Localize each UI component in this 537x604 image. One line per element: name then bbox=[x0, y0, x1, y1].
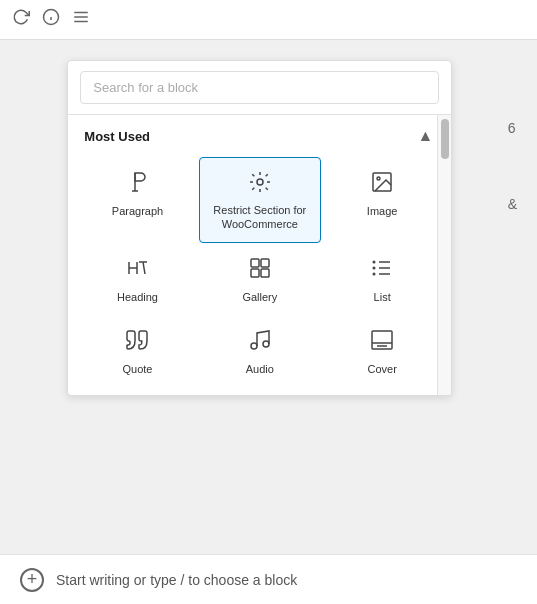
svg-point-10 bbox=[377, 177, 380, 180]
top-bar bbox=[0, 0, 537, 40]
scrollbar-thumb bbox=[441, 119, 449, 159]
inserter-wrapper: Most Used ▲ bbox=[68, 115, 451, 395]
block-item-quote[interactable]: Quote bbox=[76, 315, 198, 387]
gallery-icon bbox=[248, 256, 272, 284]
audio-icon bbox=[248, 328, 272, 356]
svg-point-23 bbox=[373, 260, 376, 263]
block-item-audio[interactable]: Audio bbox=[199, 315, 321, 387]
svg-rect-16 bbox=[251, 259, 259, 267]
scrollbar[interactable] bbox=[437, 115, 451, 395]
block-item-cover[interactable]: Cover bbox=[321, 315, 443, 387]
list-icon bbox=[370, 256, 394, 284]
quote-icon bbox=[125, 328, 149, 356]
search-input[interactable] bbox=[80, 71, 439, 104]
block-label-audio: Audio bbox=[246, 362, 274, 376]
block-label-cover: Cover bbox=[367, 362, 396, 376]
block-item-restrict-section[interactable]: Restrict Section for WooCommerce bbox=[199, 157, 321, 243]
side-labels: 6 & bbox=[500, 60, 517, 212]
block-label-heading: Heading bbox=[117, 290, 158, 304]
bottom-hint: Start writing or type / to choose a bloc… bbox=[56, 572, 297, 588]
block-item-heading[interactable]: Heading bbox=[76, 243, 198, 315]
blocks-grid: Paragraph Restrict Section bbox=[68, 153, 451, 395]
menu-icon[interactable] bbox=[72, 8, 90, 31]
image-icon bbox=[370, 170, 394, 198]
block-label-paragraph: Paragraph bbox=[112, 204, 163, 218]
svg-point-26 bbox=[251, 343, 257, 349]
svg-rect-17 bbox=[261, 259, 269, 267]
redo-icon[interactable] bbox=[12, 8, 30, 31]
svg-point-8 bbox=[257, 179, 263, 185]
restrict-section-icon bbox=[248, 170, 272, 197]
inserter-content: Most Used ▲ bbox=[68, 115, 451, 395]
add-block-icon[interactable]: + bbox=[20, 568, 44, 592]
collapse-button[interactable]: ▲ bbox=[415, 125, 435, 147]
block-item-list[interactable]: List bbox=[321, 243, 443, 315]
heading-icon bbox=[125, 256, 149, 284]
block-item-gallery[interactable]: Gallery bbox=[199, 243, 321, 315]
search-box bbox=[68, 61, 451, 115]
side-label-6: 6 bbox=[508, 120, 517, 136]
section-header: Most Used ▲ bbox=[68, 115, 451, 153]
bottom-bar: + Start writing or type / to choose a bl… bbox=[0, 554, 537, 604]
info-icon[interactable] bbox=[42, 8, 60, 31]
paragraph-icon bbox=[125, 170, 149, 198]
block-label-quote: Quote bbox=[123, 362, 153, 376]
block-label-gallery: Gallery bbox=[242, 290, 277, 304]
block-label-list: List bbox=[374, 290, 391, 304]
svg-rect-19 bbox=[261, 269, 269, 277]
block-item-image[interactable]: Image bbox=[321, 157, 443, 243]
cover-icon bbox=[370, 328, 394, 356]
block-inserter: Most Used ▲ bbox=[67, 60, 452, 396]
svg-rect-18 bbox=[251, 269, 259, 277]
block-label-image: Image bbox=[367, 204, 398, 218]
svg-point-24 bbox=[373, 266, 376, 269]
block-label-restrict-section: Restrict Section for WooCommerce bbox=[208, 203, 312, 232]
section-title: Most Used bbox=[84, 129, 150, 144]
svg-point-27 bbox=[263, 341, 269, 347]
block-item-paragraph[interactable]: Paragraph bbox=[76, 157, 198, 243]
main-area: Most Used ▲ bbox=[0, 40, 537, 416]
svg-line-14 bbox=[143, 262, 145, 274]
side-label-amp: & bbox=[508, 196, 517, 212]
svg-point-25 bbox=[373, 272, 376, 275]
